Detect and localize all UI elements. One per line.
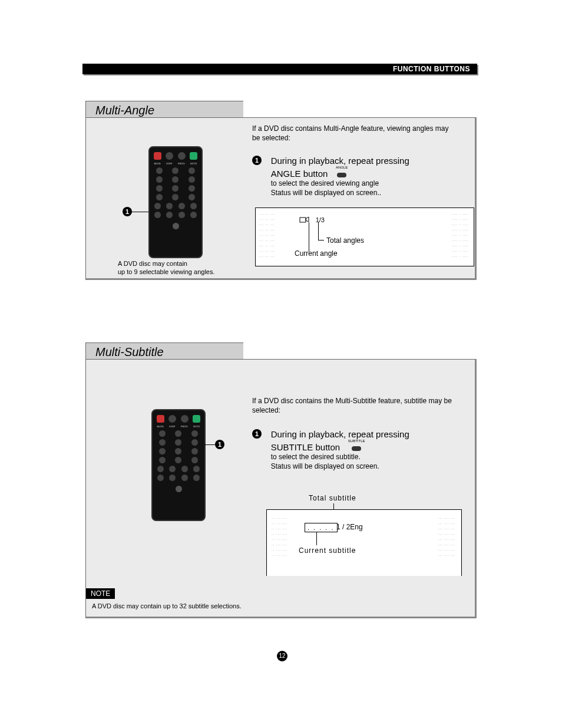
osd-line-total-v bbox=[318, 222, 319, 240]
svg-rect-0 bbox=[300, 218, 306, 222]
step2-title-line2: SUBTITLE button bbox=[271, 442, 340, 452]
panel-multi-subtitle: MUTESTEPPROGGOTO 1 If a DVD disc contain… bbox=[85, 359, 477, 618]
osd-subtitle-value: 1 / 2Eng bbox=[336, 523, 363, 531]
panel-multi-angle: MUTESTEPPROGGOTO 1 A DVD disc may contai… bbox=[85, 117, 477, 280]
intro-text-angle: If a DVD disc contains Multi-Angle featu… bbox=[252, 124, 452, 143]
intro-text-subtitle: If a DVD disc contains the Multi-Subtitl… bbox=[252, 396, 458, 415]
manual-page: FUNCTION BUTTONS Multi-Angle MUTESTEPPRO… bbox=[0, 0, 562, 728]
angle-button-icon bbox=[337, 173, 346, 177]
step-block-angle: 1 During in playback, repeat pressing AN… bbox=[252, 156, 409, 197]
pointer-line bbox=[131, 212, 148, 212]
step2-sub2: Status will be displayed on screen. bbox=[271, 462, 379, 470]
subtitle-button-icon bbox=[352, 446, 361, 451]
osd-ratio: 1/3 bbox=[316, 216, 325, 223]
angle-button-label: ANGLE bbox=[336, 166, 348, 170]
header-title: FUNCTION BUTTONS bbox=[393, 64, 474, 74]
osd-label-current: Current angle bbox=[295, 249, 338, 258]
page-number: 12 bbox=[277, 651, 287, 661]
step-bullet-2: 1 bbox=[252, 429, 262, 439]
osd-label-total: Total angles bbox=[326, 236, 364, 245]
caption-angle: A DVD disc may contain up to 9 selectabl… bbox=[118, 259, 215, 276]
step-block-subtitle: 1 During in playback, repeat pressing SU… bbox=[252, 429, 409, 471]
osd-label-current-subtitle: Current subtitle bbox=[299, 546, 356, 555]
remote-illustration: MUTESTEPPROGGOTO bbox=[148, 146, 203, 258]
callout-bullet-1b: 1 bbox=[215, 440, 224, 449]
subtitle-button-label: SUBTITLE bbox=[348, 439, 365, 443]
step-sub2: Status will be displayed on screen.. bbox=[271, 189, 381, 197]
caption-line1: A DVD disc may contain bbox=[118, 260, 187, 267]
osd-box-dots: . . . . . bbox=[305, 523, 338, 532]
note-text: A DVD disc may contain up to 32 subtitle… bbox=[92, 602, 242, 610]
step2-title-line1: During in playback, repeat pressing bbox=[271, 429, 409, 439]
step-title-line1: During in playback, repeat pressing bbox=[271, 156, 409, 166]
remote-illustration-2: MUTESTEPPROGGOTO bbox=[151, 409, 206, 521]
osd-line-current-sub bbox=[316, 532, 317, 545]
step2-sub1: to select the desired subtitle. bbox=[271, 453, 361, 461]
osd-line-total-h bbox=[318, 240, 324, 241]
step-title-line2: ANGLE button bbox=[271, 169, 328, 179]
callout-bullet-1: 1 bbox=[123, 207, 132, 216]
osd-line-current bbox=[309, 222, 309, 252]
osd-box-angle: ··· ·· ······ ·· ······ ·· ······ ·· ···… bbox=[255, 207, 474, 266]
note-badge: NOTE bbox=[86, 588, 115, 599]
caption-line2: up to 9 selectable viewing angles. bbox=[118, 268, 215, 275]
osd-label-total-subtitle: Total subtitle bbox=[309, 494, 356, 502]
osd-box-subtitle: ·· ··· ····· ··· ····· ··· ····· ··· ···… bbox=[266, 509, 462, 576]
step-bullet: 1 bbox=[252, 156, 262, 165]
pointer-line-2 bbox=[204, 444, 215, 445]
step-sub1: to select the desired viewing angle bbox=[271, 179, 379, 187]
